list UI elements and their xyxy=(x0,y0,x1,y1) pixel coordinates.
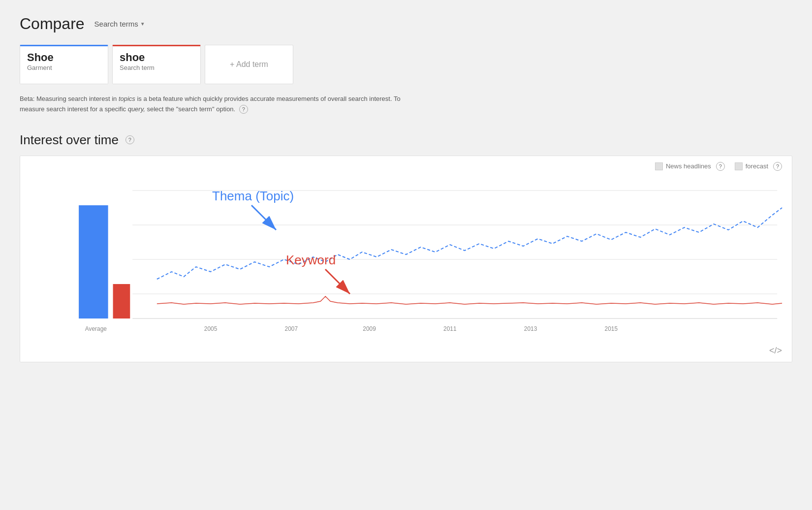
forecast-legend-label: forecast xyxy=(746,162,768,170)
blue-avg-bar xyxy=(79,205,108,319)
interest-section-title: Interest over time xyxy=(20,132,119,148)
news-legend-label: News headlines xyxy=(666,162,711,170)
blue-trend-line xyxy=(157,208,782,279)
beta-italic2: query, xyxy=(128,105,145,113)
svg-text:2011: 2011 xyxy=(443,325,457,332)
term-name-shoe-search: shoe xyxy=(120,51,193,64)
red-trend-line xyxy=(157,296,782,304)
red-avg-bar xyxy=(113,284,130,319)
beta-suffix: select the "search term" option. xyxy=(145,105,235,113)
svg-text:Average: Average xyxy=(85,325,107,332)
search-terms-dropdown[interactable]: Search terms ▼ xyxy=(91,18,149,30)
chevron-down-icon: ▼ xyxy=(140,21,145,27)
term-name-shoe: Shoe xyxy=(27,51,101,64)
term-card-shoe-keyword[interactable]: shoe Search term xyxy=(112,45,201,84)
news-headlines-legend: News headlines ? xyxy=(655,162,725,171)
forecast-legend-box xyxy=(735,162,743,170)
svg-text:2007: 2007 xyxy=(285,325,298,332)
svg-text:2005: 2005 xyxy=(204,325,218,332)
forecast-legend: forecast ? xyxy=(735,162,782,171)
beta-help-icon[interactable]: ? xyxy=(239,105,248,114)
interest-section-header: Interest over time ? xyxy=(20,132,792,148)
add-term-label: + Add term xyxy=(230,60,268,69)
svg-text:2015: 2015 xyxy=(605,325,618,332)
beta-italic1: topics xyxy=(119,95,135,102)
term-type-garment: Garment xyxy=(27,64,101,71)
term-type-search-term: Search term xyxy=(120,64,193,71)
chart-svg: Average 2005 2007 2009 2011 2013 2015 xyxy=(20,166,792,343)
interest-help-icon[interactable]: ? xyxy=(125,135,134,144)
dropdown-label: Search terms xyxy=(94,20,138,28)
compare-title: Compare xyxy=(20,15,85,33)
term-card-shoe-topic[interactable]: Shoe Garment xyxy=(20,45,108,84)
svg-text:2009: 2009 xyxy=(363,325,376,332)
embed-icon[interactable]: </> xyxy=(769,346,782,356)
add-term-button[interactable]: + Add term xyxy=(205,45,293,84)
compare-header: Compare Search terms ▼ xyxy=(20,15,792,33)
chart-container: News headlines ? forecast ? Thema (Topic… xyxy=(20,156,792,362)
chart-legend: News headlines ? forecast ? xyxy=(655,162,782,171)
svg-text:2013: 2013 xyxy=(524,325,537,332)
news-help-icon[interactable]: ? xyxy=(716,162,725,171)
news-legend-box xyxy=(655,162,663,170)
forecast-help-icon[interactable]: ? xyxy=(773,162,782,171)
beta-prefix: Beta: Measuring search interest in xyxy=(20,95,119,102)
beta-notice: Beta: Measuring search interest in topic… xyxy=(20,94,404,115)
term-cards: Shoe Garment shoe Search term + Add term xyxy=(20,45,792,84)
